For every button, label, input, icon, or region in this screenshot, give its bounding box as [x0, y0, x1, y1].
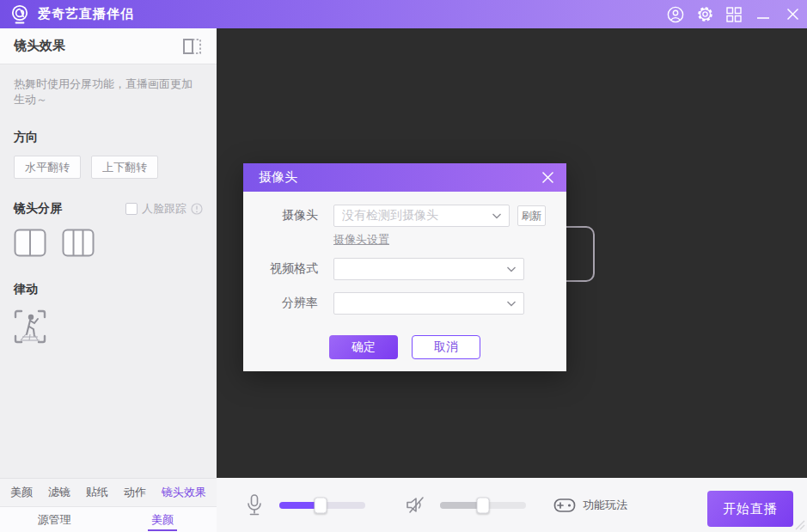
refresh-camera-button[interactable]: 刷新 [517, 205, 546, 226]
effects-sidebar: 镜头效果 热舞时使用分屏功能，直播画面更加生动～ 方向 水平翻转 上下翻转 镜头… [0, 28, 217, 478]
face-tracking-checkbox[interactable] [125, 203, 138, 215]
sidebar-panel-title: 镜头效果 [14, 38, 182, 54]
face-tracking-info-icon[interactable] [191, 203, 203, 215]
active-tab-underline [148, 529, 177, 531]
panel-switch-tabs: 源管理 美颜 [0, 506, 217, 532]
resolution-field-label: 分辨率 [264, 296, 318, 311]
split-screen-hint-text: 热舞时使用分屏功能，直播画面更加生动～ [0, 64, 217, 107]
app-title: 爱奇艺直播伴侣 [38, 6, 134, 22]
dialog-title: 摄像头 [259, 169, 541, 186]
speaker-volume-slider[interactable] [440, 502, 526, 509]
speaker-slider-thumb[interactable] [477, 497, 490, 513]
tab-filter[interactable]: 滤镜 [48, 485, 70, 500]
cancel-button[interactable]: 取消 [412, 335, 480, 359]
face-tracking-label: 人脸跟踪 [142, 201, 186, 217]
split-section-title: 镜头分屏 [14, 201, 62, 217]
speaker-muted-icon[interactable] [405, 495, 426, 515]
tab-source-management[interactable]: 源管理 [0, 507, 108, 532]
chevron-down-icon [492, 210, 502, 223]
camera-select-value: 没有检测到摄像头 [342, 208, 438, 223]
app-window: 爱奇艺直播伴侣 [0, 0, 807, 532]
start-live-button[interactable]: 开始直播 [707, 491, 793, 527]
layout-grid-icon[interactable] [719, 0, 749, 28]
user-account-icon[interactable] [661, 0, 690, 28]
dialog-close-icon[interactable] [541, 171, 554, 184]
chevron-down-icon [506, 263, 517, 276]
mic-slider-thumb[interactable] [315, 497, 327, 513]
mic-volume-slider[interactable] [279, 502, 365, 509]
camera-select-dropdown[interactable]: 没有检测到摄像头 [333, 205, 510, 227]
effect-category-tabs: 美颜 滤镜 贴纸 动作 镜头效果 [0, 478, 217, 506]
close-window-button[interactable] [778, 0, 807, 28]
video-format-dropdown[interactable] [333, 258, 524, 280]
gamepad-icon [553, 497, 576, 514]
camera-field-label: 摄像头 [264, 208, 318, 223]
flip-vertical-button[interactable]: 上下翻转 [91, 156, 158, 179]
tab-sticker[interactable]: 贴纸 [86, 485, 108, 500]
minimize-button[interactable] [749, 0, 778, 28]
split-three-columns-button[interactable] [62, 229, 95, 260]
confirm-button[interactable]: 确定 [329, 335, 398, 359]
collapse-panel-icon[interactable] [182, 38, 203, 55]
direction-section-title: 方向 [0, 107, 217, 145]
tab-beauty[interactable]: 美颜 [10, 485, 33, 500]
chevron-down-icon [506, 297, 517, 310]
rhythm-section-title: 律动 [0, 260, 217, 297]
features-button[interactable]: 功能玩法 [553, 497, 627, 514]
iqiyi-logo-icon [9, 3, 31, 26]
bottom-control-bar: 功能玩法 开始直播 [217, 478, 807, 532]
tab-action[interactable]: 动作 [124, 485, 146, 500]
resize-grip-icon[interactable] [796, 521, 804, 529]
flip-horizontal-button[interactable]: 水平翻转 [14, 156, 81, 179]
title-bar: 爱奇艺直播伴侣 [0, 0, 807, 28]
microphone-icon[interactable] [245, 493, 264, 517]
sidebar-header: 镜头效果 [0, 28, 217, 64]
split-two-columns-button[interactable] [14, 229, 46, 260]
video-format-field-label: 视频格式 [264, 261, 318, 277]
camera-settings-link[interactable]: 摄像头设置 [333, 233, 389, 246]
resolution-dropdown[interactable] [333, 292, 524, 315]
features-label: 功能玩法 [583, 498, 627, 513]
tab-beauty-panel[interactable]: 美颜 [108, 507, 217, 532]
camera-settings-dialog: 摄像头 摄像头 没有检测到摄像头 刷新 摄像头设置 [243, 163, 566, 371]
settings-gear-icon[interactable] [690, 0, 719, 28]
rhythm-dance-effect-button[interactable] [0, 297, 217, 348]
tab-camera-effects[interactable]: 镜头效果 [162, 485, 206, 500]
dialog-header: 摄像头 [243, 163, 566, 192]
